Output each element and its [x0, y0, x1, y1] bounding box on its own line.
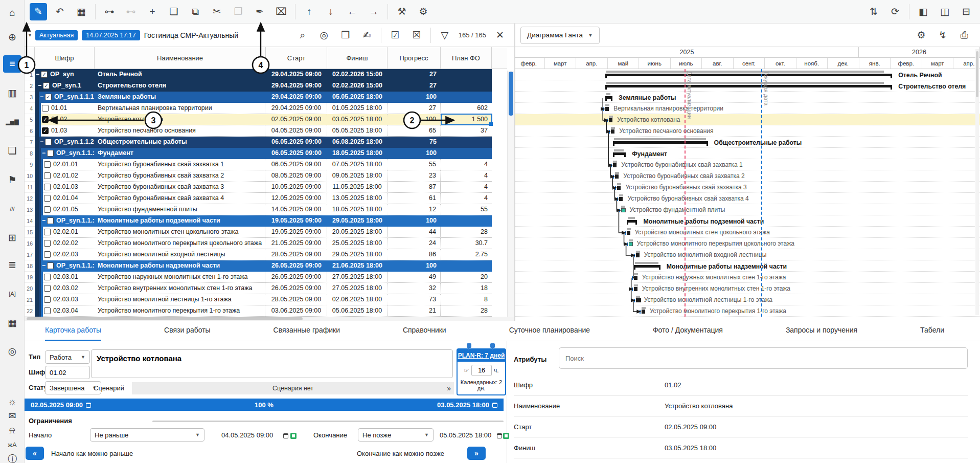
calendar-icon[interactable]: [86, 403, 91, 408]
cell-plan-fo[interactable]: 8: [441, 294, 492, 305]
cell-name[interactable]: Строительство отеля: [98, 80, 265, 92]
row-checkbox[interactable]: ✓: [45, 94, 52, 100]
table-row[interactable]: 02.03.03Устройство монолитной лестницы 1…: [25, 294, 492, 305]
table-row[interactable]: 02.01.03Устройство буронабивных свай зах…: [25, 182, 492, 193]
cell-start[interactable]: 29.04.2025 09:00: [266, 92, 327, 103]
cell-progress[interactable]: 86: [388, 249, 441, 260]
layout-left-button[interactable]: ◧: [915, 3, 932, 20]
table-row[interactable]: −OP_syn.1.1.:Монолитные работы надземной…: [25, 260, 492, 272]
cell-name[interactable]: Устройство буронабивных свай захватка 1: [98, 159, 265, 170]
cell-code[interactable]: 01.03: [51, 125, 95, 137]
cell-start[interactable]: 12.05.2025 09:00: [266, 193, 327, 204]
gantt-vertical-scrollbar[interactable]: [975, 49, 979, 315]
cell-progress[interactable]: 100: [388, 215, 441, 227]
cell-finish[interactable]: 27.05.2025 18:00: [327, 283, 388, 294]
cell-plan-fo[interactable]: 28: [441, 305, 492, 317]
cell-plan-fo[interactable]: [441, 80, 492, 92]
cell-finish[interactable]: 11.05.2025 18:00: [327, 182, 388, 193]
tab-Запросы и поручения[interactable]: Запросы и поручения: [786, 321, 857, 341]
gantt-settings-icon[interactable]: ⚙: [913, 27, 930, 44]
cell-code[interactable]: 02.01.04: [53, 193, 95, 204]
search-icon[interactable]: ⌕: [294, 27, 311, 44]
row-checkbox[interactable]: [45, 139, 52, 145]
tab-Табели[interactable]: Табели: [920, 321, 944, 341]
cell-start[interactable]: 19.05.2025 09:00: [266, 227, 327, 238]
column-header-План ФО[interactable]: План ФО: [441, 47, 492, 69]
type-select[interactable]: Работа▼: [45, 350, 90, 364]
duplicate-task-button[interactable]: ❏: [165, 3, 183, 20]
row-checkbox[interactable]: [47, 262, 54, 269]
cell-progress[interactable]: 100: [388, 260, 441, 272]
cell-progress[interactable]: 27: [388, 103, 441, 114]
cell-start[interactable]: 28.05.2025 09:00: [266, 249, 327, 260]
cell-start[interactable]: 26.05.2025 09:00: [266, 260, 327, 272]
layout-split-button[interactable]: ◫: [936, 3, 953, 20]
table-row[interactable]: −✓OP_syn.1Строительство отеля29.04.2025 …: [25, 80, 492, 92]
view-selector-dropdown[interactable]: Диаграмма Ганта▼: [520, 27, 600, 44]
work-name-field[interactable]: [91, 349, 453, 378]
hatch-icon[interactable]: ///: [3, 200, 21, 217]
calendar-icon[interactable]: ▦: [3, 314, 21, 331]
cell-name[interactable]: Земляные работы: [98, 92, 265, 103]
cell-finish[interactable]: 18.05.2025 18:00: [327, 204, 388, 215]
table-row[interactable]: 02.01.05Устройство фундаментной плиты14.…: [25, 204, 492, 215]
flag-icon[interactable]: ⚑: [3, 171, 21, 188]
row-checkbox[interactable]: [44, 161, 51, 168]
cell-finish[interactable]: 18.05.2025 18:00: [327, 148, 388, 159]
cell-start[interactable]: 04.05.2025 09:00: [266, 125, 327, 137]
cell-code[interactable]: OP_syn: [50, 69, 95, 80]
cell-start[interactable]: 26.05.2025 09:00: [266, 272, 327, 283]
row-checkbox[interactable]: ✓: [42, 116, 49, 123]
undo-button[interactable]: ↶: [51, 3, 69, 20]
cell-start[interactable]: 06.05.2025 09:00: [266, 159, 327, 170]
table-row[interactable]: −✓OP_synОтель Речной29.04.2025 09:0002.0…: [25, 69, 492, 80]
cell-name[interactable]: Устройство монолитного перекрытия 1-го э…: [98, 305, 265, 317]
chevron-down-icon[interactable]: ▾: [29, 32, 31, 38]
cell-code[interactable]: 02.01.03: [53, 182, 95, 193]
cell-progress[interactable]: 12: [388, 204, 441, 215]
table-row[interactable]: 02.02.03Устройство монолитной входной ле…: [25, 249, 492, 260]
cell-code[interactable]: 02.03.04: [53, 305, 95, 317]
row-checkbox[interactable]: [44, 240, 51, 247]
column-header-Старт[interactable]: Старт: [266, 47, 327, 69]
collapse-icon[interactable]: −: [40, 92, 43, 103]
status-select[interactable]: Завершена▼: [45, 381, 101, 394]
collapse-icon[interactable]: −: [36, 69, 39, 80]
cell-progress[interactable]: 61: [388, 193, 441, 204]
cell-progress[interactable]: 100: [388, 92, 441, 103]
column-header-Финиш[interactable]: Финиш: [327, 47, 388, 69]
cell-code[interactable]: OP_syn.1.1.2: [54, 137, 95, 148]
cell-plan-fo[interactable]: 4: [441, 159, 492, 170]
row-checkbox[interactable]: [42, 105, 49, 112]
cell-name[interactable]: Устройство песчаного основания: [98, 125, 265, 137]
cell-plan-fo[interactable]: [441, 148, 492, 159]
uncheck-all-icon[interactable]: ☒: [408, 27, 425, 44]
plan-r-link[interactable]: PLAN-R: 7 дней: [458, 349, 505, 362]
cell-progress[interactable]: 24: [388, 238, 441, 249]
edit-mode-button[interactable]: ✎: [30, 3, 47, 20]
cell-start[interactable]: 29.04.2025 09:00: [266, 103, 327, 114]
table-row[interactable]: ✓01.03Устройство песчаного основания04.0…: [25, 125, 492, 137]
cell-plan-fo[interactable]: 2.75: [441, 249, 492, 260]
cell-progress[interactable]: 23: [388, 170, 441, 182]
layers-icon[interactable]: ❏: [3, 142, 21, 160]
cell-finish[interactable]: 20.05.2025 18:00: [327, 227, 388, 238]
column-header-Шифр[interactable]: Шифр: [35, 47, 95, 69]
cell-plan-fo[interactable]: [441, 215, 492, 227]
cell-code[interactable]: 02.02.02: [53, 238, 95, 249]
row-checkbox[interactable]: [44, 206, 51, 213]
table-vertical-scrollbar[interactable]: [507, 71, 514, 317]
layout-icon[interactable]: ❒: [337, 27, 354, 44]
cell-plan-fo[interactable]: 30.7: [441, 238, 492, 249]
cell-code[interactable]: 02.01.05: [53, 204, 95, 215]
cell-start[interactable]: 21.05.2025 09:00: [266, 238, 327, 249]
cell-name[interactable]: Фундамент: [98, 148, 265, 159]
cell-finish[interactable]: 03.05.2025 18:00: [327, 114, 388, 125]
column-header-Наименование[interactable]: Наименование: [95, 47, 266, 69]
cut-button[interactable]: ✂: [208, 3, 225, 20]
cell-name[interactable]: Устройство фундаментной плиты: [98, 204, 265, 215]
table-row[interactable]: 02.01.01Устройство буронабивных свай зах…: [25, 159, 492, 170]
cell-finish[interactable]: 02.02.2026 15:00: [327, 80, 388, 92]
collapse-icon[interactable]: −: [42, 215, 45, 227]
cell-finish[interactable]: 29.05.2025 18:00: [327, 249, 388, 260]
